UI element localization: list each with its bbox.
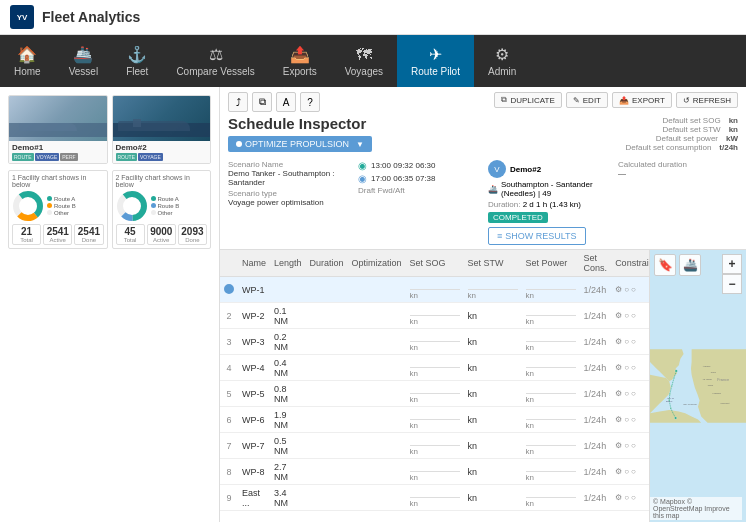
nav-label-compare: Compare Vessels [176,66,254,77]
donut-section-2: 2 Facility chart shows in below Route A … [112,170,212,249]
zoom-out-btn[interactable]: − [722,274,742,294]
wp-radio-selected[interactable] [224,284,234,294]
constraint-icon-2[interactable]: ○ [624,337,629,346]
constraint-icon-1[interactable]: ⚙ [615,493,622,502]
action-buttons: ⧉ DUPLICATE ✎ EDIT 📤 EXPORT ↺ [494,92,738,108]
default-power-label: Default set power [656,134,718,143]
wp-input-set_power[interactable] [526,487,576,498]
nav-item-voyages[interactable]: 🗺 Voyages [331,35,397,87]
share-icon-btn[interactable]: ⤴ [228,92,248,112]
wp-input-set_sog[interactable] [410,409,460,420]
constraint-icon-2[interactable]: ○ [624,285,629,294]
duplicate-icon: ⧉ [501,95,507,105]
constraint-icon-1[interactable]: ⚙ [615,337,622,346]
optimize-propulsion-btn[interactable]: OPTIMIZE PROPULSION ▼ [228,136,372,152]
col-power: Set Power [522,250,580,277]
defaults-row-3: Default set power kW [626,134,739,143]
constraint-icon-2[interactable]: ○ [624,311,629,320]
etd-value: 17:00 06:35 07:38 [371,174,436,183]
wp-input-set_power[interactable] [526,435,576,446]
table-row: WP-1knknkn1/24h⚙○○ [220,277,650,303]
wp-input-set_sog[interactable] [410,487,460,498]
constraint-icon-2[interactable]: ○ [624,493,629,502]
svg-text:Bay of Biscay: Bay of Biscay [684,403,698,405]
map-ship-btn[interactable]: 🚢 [679,254,701,276]
constraint-icon-3[interactable]: ○ [631,311,636,320]
schedule-header-area: ⤴ ⧉ A ? Schedule Inspector OPTIMIZE PROP… [220,87,746,250]
wp-input-set_power[interactable] [526,461,576,472]
wp-input-set_power[interactable] [526,305,576,316]
nav-item-admin[interactable]: ⚙ Admin [474,35,530,87]
constraint-icon-1[interactable]: ⚙ [615,467,622,476]
constraint-icon-1[interactable]: ⚙ [615,389,622,398]
constraint-icon-3[interactable]: ○ [631,389,636,398]
wp-input-set_sog[interactable] [410,331,460,342]
svg-point-15 [673,377,675,379]
nav-item-routepilot[interactable]: ✈ Route Pilot [397,35,474,87]
wp-input-set_sog[interactable] [410,383,460,394]
wp-input-set_sog[interactable] [410,357,460,368]
duplicate-btn[interactable]: ⧉ DUPLICATE [494,92,561,108]
wp-input-set_sog[interactable] [410,435,460,446]
voyage-col-2: ◉ 13:00 09:32 06:30 ◉ 17:00 06:35 07:38 … [358,160,478,245]
wp-input-set_power[interactable] [526,331,576,342]
constraint-icon-1[interactable]: ⚙ [615,441,622,450]
nav-item-compare[interactable]: ⚖ Compare Vessels [162,35,268,87]
admin-icon: ⚙ [495,45,509,64]
refresh-btn[interactable]: ↺ REFRESH [676,92,738,108]
constraint-icon-3[interactable]: ○ [631,441,636,450]
constraint-icon-2[interactable]: ○ [624,389,629,398]
vessel-card-1[interactable]: Demo#1 ROUTE VOYAGE PERF [8,95,108,164]
voyage-info-row: Scenario Name Demo Tanker - Southampton … [228,160,738,245]
constraint-icon-1[interactable]: ⚙ [615,415,622,424]
nav-item-fleet[interactable]: ⚓ Fleet [112,35,162,87]
constraint-icon-3[interactable]: ○ [631,337,636,346]
nav-item-home[interactable]: 🏠 Home [0,35,55,87]
constraint-icon-3[interactable]: ○ [631,467,636,476]
show-results-btn[interactable]: ≡ SHOW RESULTS [488,227,586,245]
constraint-icon-2[interactable]: ○ [624,363,629,372]
constraint-icon-2[interactable]: ○ [624,415,629,424]
exports-icon: 📤 [290,45,310,64]
svg-point-7 [127,201,137,211]
constraint-icon-1[interactable]: ⚙ [615,363,622,372]
zoom-in-btn[interactable]: + [722,254,742,274]
wp-input-set_sog[interactable] [410,279,460,290]
wp-input-set_sog[interactable] [410,305,460,316]
nav-item-exports[interactable]: 📤 Exports [269,35,331,87]
vessel-image-2 [113,96,211,141]
constraint-icon-1[interactable]: ⚙ [615,311,622,320]
constraint-icon-3[interactable]: ○ [631,415,636,424]
vessel-card-2[interactable]: Demo#2 ROUTE VOYAGE [112,95,212,164]
map-bookmark-btn[interactable]: 🔖 [654,254,676,276]
default-stw-label: Default set STW [662,125,720,134]
edit-btn[interactable]: ✎ EDIT [566,92,608,108]
edit-icon: ✎ [573,96,580,105]
nav-label-exports: Exports [283,66,317,77]
constraint-icon-3[interactable]: ○ [631,363,636,372]
copy-icon-btn[interactable]: ⧉ [252,92,272,112]
stat-2a: 45 Total [116,224,145,245]
default-cons-label: Default set consumption [626,143,712,152]
wp-input-set_power[interactable] [526,279,576,290]
constraint-icon-2[interactable]: ○ [624,441,629,450]
constraint-icon-3[interactable]: ○ [631,285,636,294]
wp-input-set_stw[interactable] [468,279,518,290]
help-icon-btn[interactable]: ? [300,92,320,112]
default-sog-value: kn [729,116,738,125]
status-row: COMPLETED [488,212,608,223]
constraint-icon-3[interactable]: ○ [631,493,636,502]
vessel-icon: 🚢 [73,45,93,64]
col-duration: Duration [306,250,348,277]
vessel-card-2-name: Demo#2 [116,143,208,152]
wp-input-set_power[interactable] [526,383,576,394]
constraint-icon-1[interactable]: ⚙ [615,285,622,294]
stats-row-1: 21 Total 2541 Active 2541 Done [12,224,104,245]
wp-input-set_sog[interactable] [410,461,460,472]
export-btn[interactable]: 📤 EXPORT [612,92,672,108]
wp-input-set_power[interactable] [526,357,576,368]
constraint-icon-2[interactable]: ○ [624,467,629,476]
wp-input-set_power[interactable] [526,409,576,420]
text-icon-btn[interactable]: A [276,92,296,112]
nav-item-vessel[interactable]: 🚢 Vessel [55,35,112,87]
